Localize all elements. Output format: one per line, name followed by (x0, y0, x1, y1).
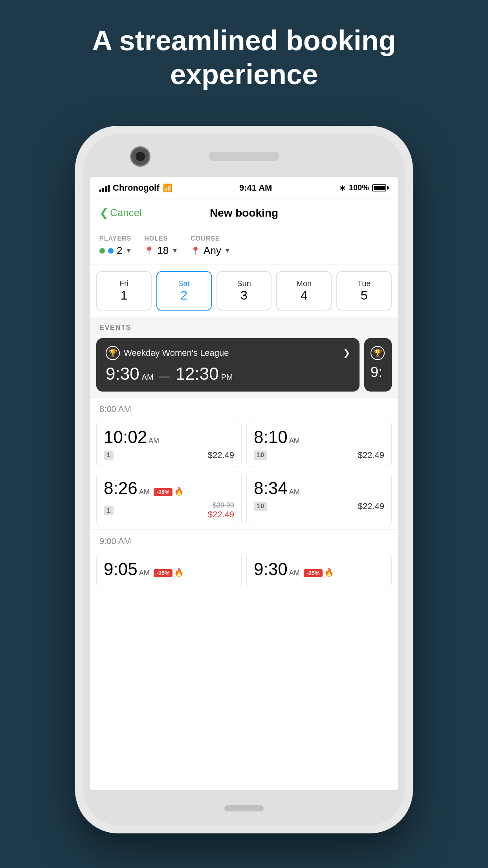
tee-card-3[interactable]: 8:26 AM -25% 🔥 1 $29.99 $22.49 (96, 472, 242, 526)
course-pin-icon: 📍 (191, 246, 200, 256)
flame-icon-6: 🔥 (324, 568, 334, 577)
battery-percent: 100% (349, 183, 369, 192)
date-sun[interactable]: Sun 3 (216, 271, 272, 311)
signal-icon (99, 184, 110, 192)
phone-screen: Chronogolf 📶 9:41 AM ∗ 100% ❮ Cance (90, 177, 398, 790)
discount-badge-3: -25% (154, 488, 173, 496)
tee-grid-2: 9:05 AM -25% 🔥 9:30 AM -25% 🔥 (90, 550, 398, 588)
date-sat[interactable]: Sat 2 (156, 271, 212, 311)
tee-card-6[interactable]: 9:30 AM -25% 🔥 (246, 553, 392, 588)
event-start-time-1: 9:30 (106, 364, 139, 384)
back-chevron-icon: ❮ (99, 206, 108, 219)
status-time: 9:41 AM (239, 183, 272, 193)
tee-holes-badge-1: 1 (104, 451, 114, 460)
course-chevron-icon: ▼ (224, 247, 231, 254)
page-title: New booking (210, 207, 278, 219)
tee-price-1: $22.49 (208, 450, 234, 460)
events-section-header: EVENTS (90, 317, 398, 338)
tee-ampm-2: AM (289, 437, 300, 445)
filters-row: PLAYERS 2 ▼ HOLES 📍 18 ▼ (90, 227, 398, 265)
player-dot-blue (108, 248, 114, 254)
tee-sale-price-3: $22.49 (208, 509, 234, 520)
tee-time-4: 8:34 (254, 478, 288, 498)
tee-section-2-header: 9:00 AM (90, 530, 398, 550)
tee-section-1-header: 8:00 AM (90, 398, 398, 417)
tee-holes-badge-3: 1 (104, 506, 114, 515)
holes-filter[interactable]: HOLES 📍 18 ▼ (144, 235, 178, 257)
event-card-1[interactable]: 🏆 Weekday Women's League ❯ 9:30 AM — 12:… (96, 338, 360, 392)
date-fri[interactable]: Fri 1 (96, 271, 152, 311)
discount-badge-6: -25% (304, 569, 323, 577)
tee-price-4: $22.49 (358, 501, 384, 511)
wifi-icon: 📶 (163, 183, 172, 193)
date-sat-daynum: 2 (180, 288, 187, 303)
tee-ampm-6: AM (289, 569, 300, 577)
date-tue[interactable]: Tue 5 (336, 271, 392, 311)
tee-grid-1: 10:02 AM 1 $22.49 8:10 AM 10 (90, 417, 398, 530)
phone-camera (130, 146, 150, 167)
player-dot-green (99, 248, 105, 254)
players-filter[interactable]: PLAYERS 2 ▼ (99, 235, 132, 257)
tee-original-price-3: $29.99 (213, 501, 234, 509)
status-bar: Chronogolf 📶 9:41 AM ∗ 100% (90, 177, 398, 199)
flame-icon-5: 🔥 (174, 568, 184, 577)
players-value: 2 (117, 245, 122, 257)
tee-ampm-1: AM (149, 437, 159, 445)
carrier-label: Chronogolf (113, 183, 160, 193)
cancel-button[interactable]: ❮ Cancel (99, 206, 142, 219)
course-filter[interactable]: COURSE 📍 Any ▼ (191, 235, 231, 257)
tee-card-1[interactable]: 10:02 AM 1 $22.49 (96, 421, 242, 467)
players-chevron-icon: ▼ (125, 247, 132, 254)
event-start-ampm-1: AM (142, 373, 154, 382)
nav-bar: ❮ Cancel New booking (90, 199, 398, 227)
date-sun-daynum: 3 (240, 288, 248, 303)
date-mon[interactable]: Mon 4 (276, 271, 332, 311)
flame-icon-3: 🔥 (174, 487, 184, 496)
tee-time-5: 9:05 (104, 559, 138, 579)
tee-time-1: 10:02 (104, 427, 147, 447)
event-end-ampm-1: PM (221, 373, 233, 382)
holes-pin-icon: 📍 (144, 246, 154, 256)
event-partial-time: 9: (371, 364, 385, 381)
tee-ampm-5: AM (139, 569, 150, 577)
battery-icon (372, 184, 389, 191)
tee-price-2: $22.49 (358, 450, 384, 460)
date-selector: Fri 1 Sat 2 Sun 3 Mon 4 Tue 5 (90, 265, 398, 317)
phone-home-button[interactable] (224, 805, 264, 811)
bluetooth-icon: ∗ (339, 183, 346, 193)
tee-ampm-3: AM (139, 488, 150, 496)
trophy-icon-1: 🏆 (106, 346, 120, 360)
event-chevron-icon-1: ❯ (343, 348, 350, 358)
holes-value: 18 (157, 245, 169, 257)
tee-time-2: 8:10 (254, 427, 288, 447)
holes-label: HOLES (144, 235, 178, 242)
trophy-icon-2: 🏆 (371, 346, 385, 360)
date-sat-dayname: Sat (178, 279, 190, 288)
phone-speaker (209, 152, 279, 161)
tee-time-3: 8:26 (104, 478, 138, 498)
bg-headline: A streamlined booking experience (0, 24, 488, 92)
date-tue-dayname: Tue (358, 279, 371, 288)
event-name-1: Weekday Women's League (124, 348, 229, 358)
players-label: PLAYERS (99, 235, 132, 242)
date-fri-daynum: 1 (121, 288, 128, 303)
date-mon-daynum: 4 (301, 288, 308, 303)
course-value: Any (204, 245, 221, 257)
phone-frame: Chronogolf 📶 9:41 AM ∗ 100% ❮ Cance (75, 126, 413, 833)
event-card-2[interactable]: 🏆 9: (364, 338, 392, 392)
course-label: COURSE (191, 235, 231, 242)
date-mon-dayname: Mon (296, 279, 312, 288)
date-fri-dayname: Fri (119, 279, 128, 288)
tee-ampm-4: AM (289, 488, 300, 496)
date-tue-daynum: 5 (361, 288, 368, 303)
tee-card-4[interactable]: 8:34 AM 10 $22.49 (246, 472, 392, 526)
event-end-time-1: 12:30 (176, 364, 219, 384)
discount-badge-5: -25% (154, 569, 173, 577)
tee-card-2[interactable]: 8:10 AM 10 $22.49 (246, 421, 392, 467)
date-sun-dayname: Sun (237, 279, 251, 288)
holes-chevron-icon: ▼ (172, 247, 178, 254)
tee-card-5[interactable]: 9:05 AM -25% 🔥 (96, 553, 242, 588)
events-container: 🏆 Weekday Women's League ❯ 9:30 AM — 12:… (90, 338, 398, 398)
tee-holes-badge-2: 10 (254, 451, 267, 460)
tee-holes-badge-4: 10 (254, 502, 267, 511)
